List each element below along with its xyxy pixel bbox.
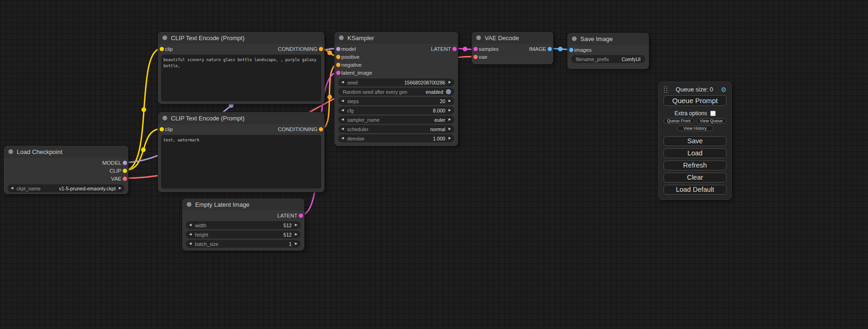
extra-options-checkbox[interactable] xyxy=(710,111,716,116)
steps-widget[interactable]: ◀ steps 20 ▶ xyxy=(338,97,454,105)
clip-input-port[interactable] xyxy=(160,47,164,51)
sampler-name-widget[interactable]: ◀ sampler_name euler ▶ xyxy=(338,116,454,124)
decrement-arrow-icon[interactable]: ◀ xyxy=(341,81,344,84)
width-widget[interactable]: ◀ width 512 ▶ xyxy=(186,221,301,229)
save-button[interactable]: Save xyxy=(663,136,727,146)
queue-panel-header: Queue size: 0 ⚙ xyxy=(663,86,727,93)
node-clip-text-encode-negative[interactable]: CLIP Text Encode (Prompt) clip CONDITION… xyxy=(158,112,325,192)
node-save-image[interactable]: Save Image images filename_prefix ComfyU… xyxy=(567,33,649,69)
increment-arrow-icon[interactable]: ▶ xyxy=(449,99,451,103)
prev-arrow-icon[interactable]: ◀ xyxy=(11,187,13,190)
collapse-dot[interactable] xyxy=(8,149,13,154)
collapse-dot[interactable] xyxy=(339,35,344,40)
link-midpoint-dot xyxy=(463,47,467,51)
latent-output-port[interactable] xyxy=(299,213,303,217)
widget-value: v1-5-pruned-emaonly.ckpt xyxy=(41,186,116,191)
scheduler-widget[interactable]: ◀ scheduler normal ▶ xyxy=(338,125,454,133)
output-label-latent: LATENT xyxy=(431,46,451,52)
node-vae-decode[interactable]: VAE Decode samples IMAGE vae xyxy=(472,32,553,64)
decrement-arrow-icon[interactable]: ◀ xyxy=(341,137,344,140)
increment-arrow-icon[interactable]: ▶ xyxy=(449,118,451,121)
output-label-conditioning: CONDITIONING xyxy=(278,126,318,132)
refresh-button[interactable]: Refresh xyxy=(663,161,727,170)
widget-value: 8.000 xyxy=(353,108,445,113)
denoise-widget[interactable]: ◀ denoise 1.000 ▶ xyxy=(338,134,454,142)
increment-arrow-icon[interactable]: ▶ xyxy=(449,137,451,140)
increment-arrow-icon[interactable]: ▶ xyxy=(295,242,297,245)
decrement-arrow-icon[interactable]: ◀ xyxy=(189,224,191,227)
model-output-port[interactable] xyxy=(123,161,127,165)
decrement-arrow-icon[interactable]: ◀ xyxy=(189,242,191,245)
increment-arrow-icon[interactable]: ▶ xyxy=(295,233,297,236)
load-default-button[interactable]: Load Default xyxy=(663,185,727,195)
seed-widget[interactable]: ◀ seed 156680208700286 ▶ xyxy=(338,78,454,86)
height-widget[interactable]: ◀ height 512 ▶ xyxy=(186,231,301,238)
extra-options-label: Extra options xyxy=(674,110,707,117)
increment-arrow-icon[interactable]: ▶ xyxy=(449,81,451,84)
cfg-widget[interactable]: ◀ cfg 8.000 ▶ xyxy=(338,106,454,114)
decrement-arrow-icon[interactable]: ◀ xyxy=(189,233,191,236)
node-header[interactable]: CLIP Text Encode (Prompt) xyxy=(158,112,325,124)
widget-label: batch_size xyxy=(195,241,218,247)
ckpt-name-widget[interactable]: ◀ ckpt_name v1-5-pruned-emaonly.ckpt ▶ xyxy=(7,184,125,192)
latent-image-input-port[interactable] xyxy=(336,70,340,75)
model-input-port[interactable] xyxy=(336,47,340,51)
image-output-port[interactable] xyxy=(548,47,552,51)
decrement-arrow-icon[interactable]: ◀ xyxy=(341,118,344,121)
node-header[interactable]: Save Image xyxy=(567,33,649,45)
positive-input-port[interactable] xyxy=(336,55,340,59)
node-header[interactable]: KSampler xyxy=(334,32,458,44)
collapse-dot[interactable] xyxy=(162,116,167,120)
collapse-dot[interactable] xyxy=(572,36,577,41)
vae-output-port[interactable] xyxy=(123,176,127,181)
negative-input-port[interactable] xyxy=(336,63,340,67)
clear-button[interactable]: Clear xyxy=(663,173,727,182)
conditioning-output-port[interactable] xyxy=(319,127,323,131)
negative-prompt-textarea[interactable]: text, watermark xyxy=(161,135,321,189)
filename-prefix-widget[interactable]: filename_prefix ComfyUI xyxy=(571,55,645,63)
input-label-positive: positive xyxy=(341,54,360,60)
widget-value: normal xyxy=(368,126,445,132)
latent-output-port[interactable] xyxy=(452,47,457,51)
clip-output-port[interactable] xyxy=(123,168,127,173)
widget-label: ckpt_name xyxy=(16,186,40,191)
node-header[interactable]: Empty Latent Image xyxy=(182,198,304,210)
vae-input-port[interactable] xyxy=(473,55,478,59)
collapse-dot[interactable] xyxy=(187,202,191,207)
node-header[interactable]: Load Checkpoint xyxy=(4,146,128,158)
node-clip-text-encode-positive[interactable]: CLIP Text Encode (Prompt) clip CONDITION… xyxy=(158,32,325,104)
node-header[interactable]: VAE Decode xyxy=(472,32,553,44)
output-row-vae: VAE xyxy=(4,175,128,182)
input-label-negative: negative xyxy=(341,62,361,68)
node-load-checkpoint[interactable]: Load Checkpoint MODEL CLIP VAE ◀ ckpt xyxy=(4,146,128,194)
decrement-arrow-icon[interactable]: ◀ xyxy=(341,99,344,103)
increment-arrow-icon[interactable]: ▶ xyxy=(449,127,451,131)
view-queue-button[interactable]: View Queue xyxy=(696,118,727,124)
link-midpoint-dot xyxy=(558,47,563,51)
queue-front-button[interactable]: Queue Front xyxy=(663,118,694,124)
positive-prompt-textarea[interactable]: beautiful scenery nature glass bottle la… xyxy=(161,55,321,101)
collapse-dot[interactable] xyxy=(162,35,167,40)
next-arrow-icon[interactable]: ▶ xyxy=(119,187,121,190)
decrement-arrow-icon[interactable]: ◀ xyxy=(341,109,344,112)
random-seed-widget[interactable]: Random seed after every gen enabled xyxy=(338,88,454,96)
view-history-button[interactable]: View History xyxy=(677,126,713,131)
link-midpoint-dot xyxy=(141,147,146,152)
drag-handle-icon[interactable] xyxy=(663,86,668,93)
batch-size-widget[interactable]: ◀ batch_size 1 ▶ xyxy=(186,240,301,248)
conditioning-output-port[interactable] xyxy=(319,47,323,51)
load-button[interactable]: Load xyxy=(663,148,727,158)
settings-gear-icon[interactable]: ⚙ xyxy=(720,86,727,93)
increment-arrow-icon[interactable]: ▶ xyxy=(295,224,297,227)
images-input-port[interactable] xyxy=(569,48,573,52)
node-ksampler[interactable]: KSampler model LATENT positive negative … xyxy=(334,32,458,146)
decrement-arrow-icon[interactable]: ◀ xyxy=(341,127,344,131)
increment-arrow-icon[interactable]: ▶ xyxy=(449,109,451,112)
random-seed-toggle-dot[interactable] xyxy=(446,89,451,94)
collapse-dot[interactable] xyxy=(476,35,481,40)
samples-input-port[interactable] xyxy=(473,47,478,51)
node-empty-latent-image[interactable]: Empty Latent Image LATENT ◀ width 512 ▶ … xyxy=(182,198,304,251)
node-header[interactable]: CLIP Text Encode (Prompt) xyxy=(158,32,325,44)
queue-prompt-button[interactable]: Queue Prompt xyxy=(663,95,727,106)
clip-input-port[interactable] xyxy=(160,127,164,131)
